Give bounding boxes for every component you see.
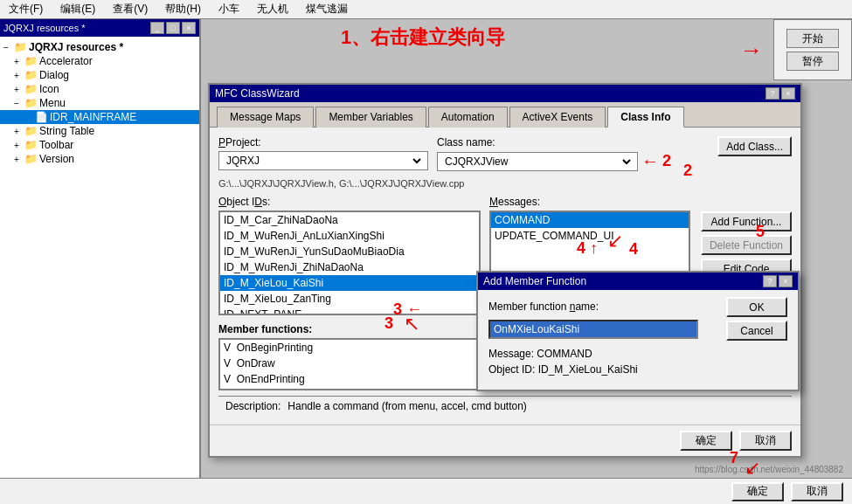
bottom-confirm-btn[interactable]: 确定: [731, 482, 784, 501]
arrow-3: ↖: [404, 313, 419, 335]
tree-root: −📁JQRXJ resources *: [0, 40, 199, 54]
mfc-dialog-title: MFC ClassWizard: [215, 87, 300, 100]
class-name-select-input[interactable]: CJQRXJView: [441, 153, 634, 170]
list-item-wurenji3[interactable]: ID_M_WuRenJi_ZhiNaDaoNa: [220, 259, 479, 275]
add-function-btn[interactable]: Add Function...: [701, 211, 792, 231]
tree-title: JQRXJ resources *: [3, 23, 86, 33]
object-ids-col: Object IDs: ID_M_Car_ZhiNaDaoNa ID_M_WuR…: [218, 196, 481, 318]
description-bar: Description: Handle a command (from menu…: [218, 396, 792, 416]
description-text: Handle a command (from menu, accel, cmd …: [287, 400, 526, 412]
add-func-message-info: Message: COMMAND: [488, 348, 787, 360]
mfc-close-btn[interactable]: ×: [781, 87, 795, 100]
list-item-car[interactable]: ID_M_Car_ZhiNaDaoNa: [220, 212, 479, 228]
bottom-bar: 确定 取消: [0, 478, 852, 504]
add-func-close-btn[interactable]: ×: [779, 275, 793, 287]
tab-message-maps[interactable]: Message Maps: [217, 107, 314, 128]
tree-maximize[interactable]: □: [166, 22, 180, 34]
annotation-1: 1、右击建立类向导: [341, 24, 505, 51]
mfc-help-btn[interactable]: ?: [765, 87, 779, 100]
tree-item-accelerator[interactable]: +📁Accelerator: [0, 54, 199, 68]
menu-car[interactable]: 小车: [213, 0, 245, 18]
add-func-cancel-btn[interactable]: Cancel: [726, 321, 787, 341]
tree-item-toolbar[interactable]: +📁Toolbar: [0, 138, 199, 152]
tree-minimize[interactable]: _: [150, 22, 164, 34]
list-item-xielou-kaishi[interactable]: ID_M_XieLou_KaiShi: [220, 275, 479, 291]
list-item-command[interactable]: COMMAND: [491, 212, 689, 228]
tree-item-menu[interactable]: −📁Menu: [0, 96, 199, 110]
arrow-2: ←: [641, 151, 659, 171]
tree-panel: JQRXJ resources * _ □ × −📁JQRXJ resource…: [0, 19, 201, 504]
add-func-title: Add Member Function: [483, 275, 586, 287]
control-panel: 开始 暂停: [773, 19, 852, 80]
bottom-cancel-btn[interactable]: 取消: [791, 482, 843, 501]
tree-item-icon[interactable]: +📁Icon: [0, 82, 199, 96]
arrow-1: →: [740, 37, 763, 64]
object-ids-label: Object IDs:: [218, 196, 481, 208]
mfc-ok-btn[interactable]: 确定: [680, 431, 732, 451]
menu-help[interactable]: 帮助(H): [160, 0, 206, 18]
list-item-wurenji1[interactable]: ID_M_WuRenJi_AnLuXianXingShi: [220, 228, 479, 244]
ann-num-2: 2: [683, 162, 692, 180]
menu-view[interactable]: 查看(V): [107, 0, 153, 18]
menu-file[interactable]: 文件(F): [3, 0, 48, 18]
tree-item-string-table[interactable]: +📁String Table: [0, 124, 199, 138]
mfc-dialog-titlebar: MFC ClassWizard ? ×: [210, 85, 800, 102]
add-func-objectid-info: Object ID: ID_M_XieLou_KaiShi: [488, 363, 787, 376]
arrow-4: ↙: [607, 230, 623, 252]
tab-automation[interactable]: Automation: [428, 107, 508, 128]
tab-class-info[interactable]: Class Info: [607, 107, 683, 128]
description-label: Description:: [225, 400, 281, 412]
project-select-input[interactable]: JQRXJ: [223, 152, 424, 169]
tree-close[interactable]: ×: [182, 22, 196, 34]
menu-edit[interactable]: 编辑(E): [55, 0, 100, 18]
start-button[interactable]: 开始: [786, 29, 839, 48]
add-func-ok-btn[interactable]: OK: [726, 297, 787, 317]
tree-content: −📁JQRXJ resources * +📁Accelerator +📁Dial…: [0, 37, 199, 169]
ann-num-5: 5: [756, 223, 765, 241]
add-func-help-btn[interactable]: ?: [763, 275, 777, 287]
func-name-label: Member function name:: [488, 300, 599, 313]
right-btns: Add Function... Delete Function Edit Cod…: [701, 211, 792, 279]
add-func-buttons: OK Cancel: [726, 297, 787, 341]
list-item-next-pane[interactable]: ID_NEXT_PANE: [220, 307, 479, 315]
ann-4: 4 ↑: [577, 239, 598, 258]
watermark: https://blog.csdn.net/weixin_44803882: [695, 465, 843, 474]
menu-gas[interactable]: 煤气逃漏: [301, 0, 353, 18]
mfc-cancel-btn[interactable]: 取消: [739, 431, 792, 451]
add-class-btn[interactable]: Add Class...: [717, 136, 792, 156]
tree-item-version[interactable]: +📁Version: [0, 152, 199, 166]
tree-item-dialog[interactable]: +📁Dialog: [0, 68, 199, 82]
menu-drone[interactable]: 无人机: [252, 0, 294, 18]
stop-button[interactable]: 暂停: [786, 52, 839, 71]
tab-activex-events[interactable]: ActiveX Events: [509, 107, 606, 128]
class-name-select[interactable]: CJQRXJView: [437, 152, 638, 171]
project-select[interactable]: JQRXJ: [218, 151, 428, 170]
delete-function-btn[interactable]: Delete Function: [701, 235, 792, 255]
ann-num-4: 4: [629, 240, 638, 259]
add-member-func-dialog: Add Member Function ? × Member function …: [476, 271, 800, 391]
class-name-label: Class name:: [437, 136, 673, 148]
project-label: PProject:: [218, 136, 428, 148]
func-name-input[interactable]: [488, 320, 698, 339]
top-menubar: 文件(F) 编辑(E) 查看(V) 帮助(H) 小车 无人机 煤气逃漏: [0, 0, 852, 19]
tree-item-idr-mainframe[interactable]: 📄IDR_MAINFRAME: [0, 110, 199, 124]
ann-2: 2: [662, 152, 671, 170]
ann-num-3: 3: [384, 314, 393, 333]
list-item-wurenji2[interactable]: ID_M_WuRenJi_YunSuDaoMuBiaoDia: [220, 244, 479, 259]
add-func-titlebar: Add Member Function ? ×: [478, 273, 798, 290]
project-classname-row: PProject: JQRXJ Class name: CJQRXJView: [218, 136, 792, 171]
tree-titlebar: JQRXJ resources * _ □ ×: [0, 19, 199, 37]
path-text: G:\...\JQRXJ\JQRXJView.h, G:\...\JQRXJ\J…: [218, 176, 792, 190]
messages-label: Messages:: [489, 196, 690, 208]
tabs-row: Message Maps Member Variables Automation…: [210, 102, 800, 128]
object-ids-listbox[interactable]: ID_M_Car_ZhiNaDaoNa ID_M_WuRenJi_AnLuXia…: [218, 211, 481, 315]
add-func-body: Member function name: OK Cancel Message:…: [478, 290, 798, 390]
tab-member-variables[interactable]: Member Variables: [315, 107, 426, 128]
mfc-bottom-buttons: 确定 取消: [210, 425, 800, 456]
list-item-xielou-zanting[interactable]: ID_M_XieLou_ZanTing: [220, 291, 479, 307]
